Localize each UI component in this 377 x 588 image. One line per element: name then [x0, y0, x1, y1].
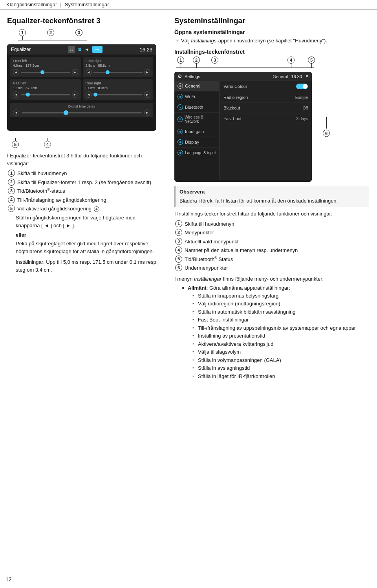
sys-items-list: 1 Skifta till huvudmenyn 2 Menypunkter 3… [174, 220, 369, 272]
s-item-text-1: Skifta till huvudmenyn [185, 220, 234, 228]
callout-3: 3 [75, 29, 82, 36]
item-text-4: Till-/frånslagning av gångtidskorrigerin… [17, 196, 106, 204]
s-item-num-5: 5 [175, 256, 182, 263]
dd-next-btn[interactable]: ► [144, 110, 150, 116]
s-callout-2: 2 [193, 57, 200, 64]
item5-detail2: Peka på skjutreglaget eller glid med fin… [16, 240, 158, 256]
menu-input-label: Input gain [185, 129, 204, 134]
item5-eller: eller [16, 231, 158, 239]
rr-prev-btn[interactable]: ◄ [86, 91, 92, 98]
menu-language-label: Language & input [185, 151, 216, 155]
vario-colour-label: Vario Colour [223, 84, 247, 89]
radio-region-label: Radio region [223, 95, 248, 100]
s-item-text-5: Tid/Bluetooth® Status [185, 256, 233, 263]
menu-wireless[interactable]: ⊕ Wireless & Network [174, 113, 219, 126]
s-item-text-6: Undermenypunkter [185, 264, 228, 272]
fast-boot-value: 3 days [296, 117, 308, 121]
fl-next-btn[interactable]: ► [72, 69, 78, 75]
fr-next-btn[interactable]: ► [144, 69, 150, 75]
s-item-num-1: 1 [175, 220, 182, 227]
eq-description: I Equalizer-teckenfönstret 3 hittar du f… [7, 152, 158, 274]
menu-rest-text: finns följande meny- och undermenypunkte… [223, 276, 324, 282]
eq-screen-mockup: Equalizer ⌂ ≡ ◄ 〜 16:23 Front l [7, 44, 156, 131]
vario-colour-toggle[interactable] [296, 84, 308, 89]
blackout-label: Blackout [223, 106, 240, 110]
wifi-icon: ⊕ [178, 94, 183, 99]
observera-text: Bläddra i förek. fall i listan för att k… [179, 197, 365, 205]
menu-section-allman: Allmänt: Göra allmänna apparatinställnin… [182, 284, 369, 380]
sys-item-4: 4 Namnet på den aktuella menyn resp. und… [174, 247, 369, 254]
item-text-3: Tid/Bluetooth®-status [17, 187, 65, 195]
menu-display-label: Display [185, 140, 199, 144]
item5-details: Ställ in gångtidskorrigeringen för varje… [16, 214, 158, 274]
menu-wireless-label: Wireless & Network [185, 115, 216, 124]
display-icon: ⊕ [178, 139, 183, 145]
sliders-icon: ≡ [78, 46, 81, 53]
s-item-num-4: 4 [175, 247, 182, 254]
sys-item-2: 2 Menypunkter [174, 229, 369, 237]
menu-display[interactable]: ⊕ Display [174, 137, 219, 148]
menu-wifi[interactable]: ⊕ Wi-Fi [174, 91, 219, 102]
menu-general[interactable]: ⊕ General [174, 81, 219, 91]
s-callout-1: 1 [177, 57, 184, 64]
header-separator: | [60, 2, 61, 7]
page-header: Klangbildsinställningar | Systeminställn… [0, 0, 377, 9]
settings-right-title: General [273, 74, 288, 79]
callout-2: 2 [47, 29, 54, 36]
item-text-5: Vid aktiverad gångtidskorrigering 4: [17, 205, 101, 213]
right-column: Systeminställningar Öppna systeminställn… [165, 9, 377, 387]
menu-input[interactable]: ⊕ Input gain [174, 126, 219, 137]
item-num-5: 5 [8, 205, 15, 212]
dd-prev-btn[interactable]: ◄ [13, 110, 19, 116]
wireless-icon: ⊕ [178, 117, 183, 122]
eq-time: 16:23 [139, 47, 152, 53]
allman-sub-2: Välj radioregion (mottagningsregion) [192, 300, 369, 308]
allman-sub-7: Aktivera/avaktivera kvitteringsljud [192, 340, 369, 348]
s-item-num-2: 2 [175, 229, 182, 236]
language-icon: ⊕ [178, 150, 183, 155]
settings-screen-heading: Inställnings-teckenfönstret [174, 49, 369, 55]
s-item-num-3: 3 [175, 238, 182, 245]
open-sys-heading: Öppna systeminställningar [174, 29, 369, 35]
allman-sub-9: Ställa in volymanpassningen (GALA) [192, 356, 369, 364]
s-item-num-6: 6 [175, 264, 182, 271]
item5-settings: Inställningar: Upp till 5,0 ms resp. 171… [16, 258, 158, 274]
s-callout-4: 4 [287, 57, 295, 64]
ref-4: 4 [94, 206, 99, 212]
header-title2: Systeminställningar [65, 2, 109, 7]
allman-label: Allmänt [188, 285, 207, 291]
menu-intro-text: I menyn Inställningar finns följande men… [174, 275, 369, 283]
sys-item-1: 1 Skifta till huvudmenyn [174, 220, 369, 228]
menu-language[interactable]: ⊕ Language & input [174, 148, 219, 158]
fl-prev-btn[interactable]: ◄ [13, 69, 19, 75]
header-title1: Klangbildsinställningar [6, 2, 57, 7]
rl-prev-btn[interactable]: ◄ [13, 91, 19, 98]
eq-section-heading: Equalizer-teckenfönstret 3 [7, 16, 158, 25]
eq-item-1: 1 Skifta till huvudmenyn [7, 170, 158, 177]
settings-gear-icon: ⚙ [178, 73, 182, 79]
sys-desc-intro: I Inställnings-teckenfönstret hittar du … [174, 210, 369, 218]
sys-item-6: 6 Undermenypunkter [174, 264, 369, 272]
sys-item-3: 3 Aktuellt vald menypunkt [174, 238, 369, 246]
volume-icon: ◄ [84, 47, 89, 52]
front-left-vals: 4.0ms 137.2cm [13, 64, 78, 68]
item-num-3: 3 [8, 187, 15, 194]
allman-sub-3: Ställa in automatisk bildskärmsavstängni… [192, 308, 369, 316]
menu-bluetooth[interactable]: ʙ Bluetooth [174, 102, 219, 113]
observera-box: Observera Bläddra i förek. fall i listan… [174, 186, 369, 207]
fast-boot-label: Fast boot [223, 116, 242, 121]
rr-next-btn[interactable]: ► [144, 91, 150, 98]
menu-wifi-label: Wi-Fi [185, 94, 195, 99]
front-right-vals: 2.5ms 85.8cm [86, 64, 151, 68]
open-sys-text: Välj Inställnings-appen i huvudmenyn (se… [181, 38, 327, 44]
callout-4-left: 4 [44, 141, 51, 148]
rl-next-btn[interactable]: ► [72, 91, 78, 98]
item-num-1: 1 [8, 170, 15, 177]
sys-item-5: 5 Tid/Bluetooth® Status [174, 256, 369, 263]
allman-sub-4: Fast Boot-inställningar [192, 316, 369, 324]
callout-6: 6 [323, 130, 330, 137]
callout-5-left: 5 [12, 141, 19, 148]
wave-icon: 〜 [92, 46, 102, 53]
allman-sub-6: Inställning av presentationstid [192, 332, 369, 340]
fr-prev-btn[interactable]: ◄ [86, 69, 92, 75]
